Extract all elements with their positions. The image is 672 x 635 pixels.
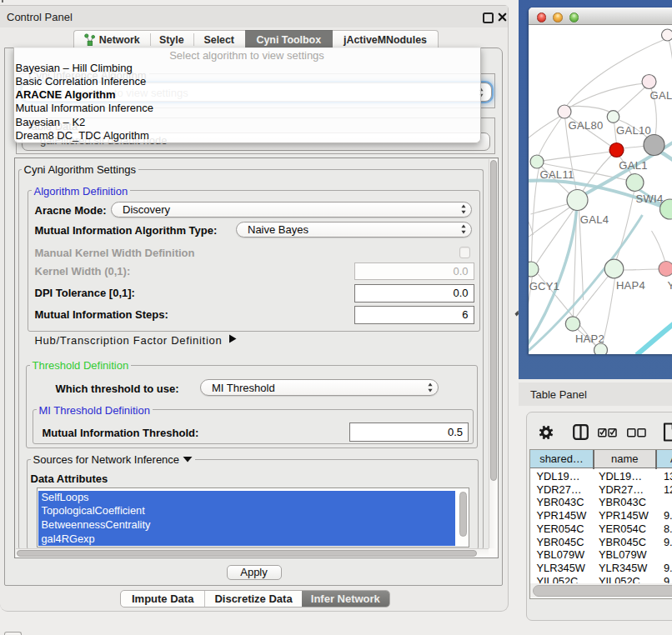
tab-network[interactable]: Network [73, 30, 150, 48]
mi-algorithm-type-combobox[interactable]: Naive Bayes [236, 222, 472, 238]
mi-threshold-label: Mutual Information Threshold: [43, 427, 199, 439]
network-window-titlebar[interactable] [529, 8, 672, 26]
node-table: shared… name A YDL19…YDL19…13 YDR27…YDR2… [529, 449, 672, 599]
network-window[interactable]: GAL GAL80 GAL10 GAL1 GAL11 SWI4 GAL4 GCY… [529, 8, 672, 354]
mac-minimize-button[interactable] [553, 12, 563, 22]
list-item[interactable]: SelfLoops [38, 491, 455, 505]
dropdown-item[interactable]: Bayesian – Hill Climbing [16, 62, 133, 74]
node-label: SWI4 [635, 192, 663, 205]
node-gray [644, 135, 664, 156]
dropdown-item-selected[interactable]: ARACNE Algorithm [16, 88, 116, 101]
screen: Control Panel Network Style Select Cyni … [0, 0, 672, 635]
tab-style[interactable]: Style [150, 30, 194, 48]
mi-algorithm-type-value: Naive Bayes [248, 223, 308, 236]
corner-mark [2, 0, 3, 2]
dpi-tolerance-field[interactable]: 0.0 [354, 284, 474, 302]
column-header-partial[interactable]: A [657, 450, 672, 468]
table-row[interactable]: YBL079WYBL079W [530, 548, 672, 562]
tab-impute-data[interactable]: Impute Data [121, 591, 204, 607]
kernel-width-field[interactable]: 0.0 [354, 262, 474, 281]
node-label: GAL [649, 89, 672, 102]
cyni-algorithm-settings-title: Cyni Algorithm Settings [22, 163, 138, 176]
tab-style-label: Style [159, 34, 184, 46]
mi-steps-field[interactable]: 6 [354, 306, 474, 324]
dropdown-item[interactable]: Bayesian – K2 [16, 116, 86, 128]
combo-stepper-arrows-icon [428, 382, 433, 392]
table-panel-title: Table Panel [530, 388, 587, 401]
node-label: HAP4 [615, 279, 644, 292]
float-window-icon[interactable] [483, 12, 494, 23]
dropdown-item[interactable]: Basic Correlation Inference [16, 75, 147, 88]
node [529, 262, 539, 277]
close-icon[interactable] [498, 12, 507, 22]
network-edge-cyan [636, 323, 672, 354]
table-row[interactable]: YDR27…YDR27…12 [530, 483, 672, 497]
select-all-checkboxes-icon[interactable] [598, 428, 617, 438]
partial-toolbar-button[interactable] [4, 632, 22, 635]
data-attributes-list[interactable]: SelfLoops TopologicalCoefficient Between… [37, 488, 470, 548]
clear-checkboxes-icon[interactable] [627, 428, 646, 438]
node-label: GAL11 [539, 168, 574, 181]
apply-button[interactable]: Apply [227, 565, 282, 580]
column-header-shared-name[interactable]: shared… [530, 450, 593, 468]
table-row[interactable]: YPR145WYPR145W9. [530, 509, 672, 522]
tab-discretize-data[interactable]: Discretize Data [204, 591, 301, 607]
which-threshold-combobox[interactable]: MI Threshold [200, 379, 439, 396]
table-horizontal-scrollbar-thumb[interactable] [533, 585, 672, 597]
table-row[interactable]: YDL19…YDL19…13 [530, 470, 672, 483]
node-label: GAL1 [619, 159, 647, 172]
hub-definition-label[interactable]: Hub/Transcription Factor Definition [35, 334, 223, 347]
sources-title[interactable]: Sources for Network Inference [31, 453, 195, 466]
hub-expander-arrow-icon[interactable] [228, 334, 237, 343]
aracne-mode-combobox[interactable]: Discovery [111, 202, 472, 218]
dropdown-item[interactable]: Dream8 DC_TDC Algorithm [16, 129, 149, 142]
network-desktop: GAL GAL80 GAL10 GAL1 GAL11 SWI4 GAL4 GCY… [519, 0, 672, 379]
table-horizontal-scrollbar[interactable] [530, 583, 672, 598]
control-panel-titlebar: Control Panel [0, 6, 508, 28]
node [558, 105, 571, 118]
splitter-collapse-icon[interactable] [514, 310, 519, 317]
threshold-definition-title: Threshold Definition [30, 359, 132, 372]
dropdown-item[interactable]: Mutual Information Inference [16, 102, 153, 114]
tab-jactivemnodules-label: jActiveMNodules [344, 34, 427, 46]
table-row[interactable]: YLR345WYLR345W9. [530, 562, 672, 575]
node [607, 111, 619, 123]
settings-vertical-scrollbar-thumb[interactable] [490, 160, 498, 481]
data-attributes-label: Data Attributes [31, 472, 108, 485]
aracne-mode-value: Discovery [123, 203, 170, 216]
node-label: HAP2 [574, 332, 604, 345]
kernel-width-label: Kernel Width (0,1): [35, 265, 131, 278]
table-row[interactable]: YER054CYER054C8. [530, 522, 672, 536]
aracne-mode-label: Aracne Mode: [35, 204, 107, 217]
list-vertical-scrollbar[interactable] [459, 490, 467, 545]
table-row[interactable]: YBR045CYBR045C9. [530, 536, 672, 549]
tab-cyni-toolbox[interactable]: Cyni Toolbox [245, 30, 333, 48]
mac-zoom-button[interactable] [569, 12, 579, 22]
list-item[interactable]: gal4RGexp [38, 532, 455, 547]
table-panel: shared… name A YDL19…YDL19…13 YDR27…YDR2… [526, 412, 672, 622]
manual-kernel-width-checkbox[interactable] [459, 247, 471, 258]
combo-stepper-arrows-icon [461, 224, 466, 234]
tab-select[interactable]: Select [193, 30, 245, 48]
node [642, 75, 656, 89]
document-icon[interactable] [663, 422, 672, 442]
mac-close-button[interactable] [537, 12, 547, 22]
which-threshold-label: Which threshold to use: [56, 382, 179, 395]
column-header-name[interactable]: name [594, 450, 656, 468]
network-canvas[interactable]: GAL GAL80 GAL10 GAL1 GAL11 SWI4 GAL4 GCY… [529, 25, 672, 354]
gear-icon[interactable] [539, 425, 554, 440]
settings-horizontal-scrollbar-thumb[interactable] [17, 550, 477, 557]
table-panel-bar: Table Panel [519, 382, 672, 406]
list-scrollbar-thumb[interactable] [459, 492, 467, 537]
network-graph-icon [84, 33, 95, 46]
table-row[interactable]: YBR043CYBR043C [530, 496, 672, 509]
list-item[interactable]: BetweennessCentrality [38, 518, 455, 532]
combo-stepper-arrows-icon [461, 204, 466, 214]
list-item[interactable]: TopologicalCoefficient [38, 504, 455, 518]
mi-steps-label: Mutual Information Steps: [35, 308, 168, 321]
split-view-icon[interactable] [573, 424, 589, 440]
mi-threshold-field[interactable]: 0.5 [349, 422, 469, 442]
tab-infer-network[interactable]: Infer Network [302, 591, 389, 607]
tab-jactivemnodules[interactable]: jActiveMNodules [333, 30, 439, 48]
settings-scrollpane: Cyni Algorithm Settings Algorithm Defini… [14, 158, 499, 559]
